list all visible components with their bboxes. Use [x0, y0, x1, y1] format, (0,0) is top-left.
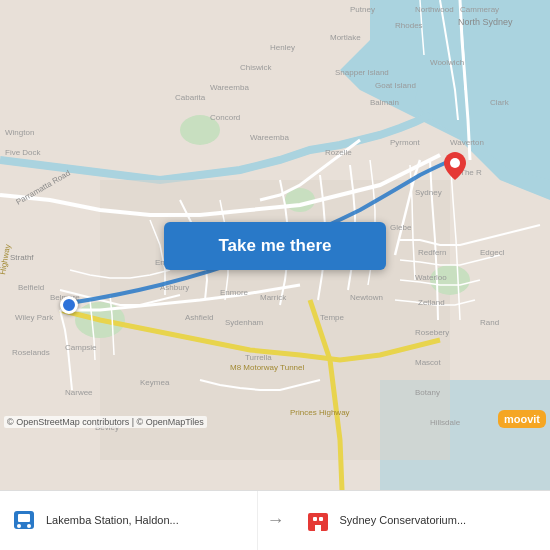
svg-text:Rand: Rand	[480, 318, 499, 327]
moovit-logo: moovit	[498, 410, 546, 428]
svg-text:Snapper Island: Snapper Island	[335, 68, 389, 77]
take-me-there-button[interactable]: Take me there	[164, 222, 386, 270]
svg-rect-74	[315, 525, 321, 531]
svg-text:M8 Motorway Tunnel: M8 Motorway Tunnel	[230, 363, 304, 372]
svg-text:Sydney: Sydney	[415, 188, 442, 197]
svg-text:Redfern: Redfern	[418, 248, 446, 257]
svg-text:Mascot: Mascot	[415, 358, 442, 367]
svg-text:Waterloo: Waterloo	[415, 273, 447, 282]
destination-station: Sydney Conservatorium...	[294, 491, 551, 550]
svg-text:North Sydney: North Sydney	[458, 17, 513, 27]
svg-text:Zetland: Zetland	[418, 298, 445, 307]
svg-text:Wareemba: Wareemba	[210, 83, 249, 92]
svg-rect-73	[319, 517, 323, 521]
map-container: North Sydney Woolwich Balmain Pyrmont Sy…	[0, 0, 550, 490]
svg-text:Sydenham: Sydenham	[225, 318, 264, 327]
origin-station-name: Lakemba Station, Haldon...	[46, 513, 179, 527]
svg-text:Tempe: Tempe	[320, 313, 345, 322]
svg-text:Narwee: Narwee	[65, 388, 93, 397]
svg-rect-68	[18, 514, 30, 522]
svg-rect-72	[313, 517, 317, 521]
svg-text:Marrick: Marrick	[260, 293, 287, 302]
svg-text:Wiley Park: Wiley Park	[15, 313, 54, 322]
svg-text:Balmain: Balmain	[370, 98, 399, 107]
building-icon	[304, 507, 332, 535]
svg-text:Five Dock: Five Dock	[5, 148, 42, 157]
direction-arrow: →	[258, 491, 294, 550]
svg-text:Belfield: Belfield	[18, 283, 44, 292]
svg-text:Wareemba: Wareemba	[250, 133, 289, 142]
svg-text:Northwood: Northwood	[415, 5, 454, 14]
svg-text:Turrella: Turrella	[245, 353, 272, 362]
svg-text:Rozelle: Rozelle	[325, 148, 352, 157]
svg-text:Newtown: Newtown	[350, 293, 383, 302]
svg-text:Clark: Clark	[490, 98, 510, 107]
svg-point-69	[17, 524, 21, 528]
origin-marker	[60, 296, 78, 314]
svg-point-70	[27, 524, 31, 528]
svg-text:Waverton: Waverton	[450, 138, 484, 147]
svg-text:Rhodes: Rhodes	[395, 21, 423, 30]
svg-text:Wington: Wington	[5, 128, 34, 137]
train-icon	[10, 507, 38, 535]
destination-marker	[444, 152, 466, 180]
svg-text:Goat Island: Goat Island	[375, 81, 416, 90]
svg-text:Mortlake: Mortlake	[330, 33, 361, 42]
svg-text:Cammeray: Cammeray	[460, 5, 499, 14]
svg-text:Strathf: Strathf	[10, 253, 34, 262]
svg-text:Princes Highway: Princes Highway	[290, 408, 350, 417]
svg-text:Botany: Botany	[415, 388, 440, 397]
svg-text:Cabarita: Cabarita	[175, 93, 206, 102]
svg-text:Putney: Putney	[350, 5, 375, 14]
svg-text:Campsie: Campsie	[65, 343, 97, 352]
bottom-bar: Lakemba Station, Haldon... → Sydney Cons…	[0, 490, 550, 550]
svg-text:Ashfield: Ashfield	[185, 313, 213, 322]
svg-text:Chiswick: Chiswick	[240, 63, 273, 72]
svg-text:Concord: Concord	[210, 113, 240, 122]
svg-text:Hillsdale: Hillsdale	[430, 418, 461, 427]
svg-text:Rosebery: Rosebery	[415, 328, 449, 337]
destination-station-name: Sydney Conservatorium...	[340, 513, 467, 527]
svg-text:Woolwich: Woolwich	[430, 58, 464, 67]
svg-text:Enmore: Enmore	[220, 288, 249, 297]
svg-text:Glebe: Glebe	[390, 223, 412, 232]
origin-station: Lakemba Station, Haldon...	[0, 491, 258, 550]
map-attribution: © OpenStreetMap contributors | © OpenMap…	[4, 416, 207, 428]
svg-text:Edgecl: Edgecl	[480, 248, 505, 257]
svg-point-66	[450, 158, 460, 168]
svg-text:Roselands: Roselands	[12, 348, 50, 357]
svg-text:Keymea: Keymea	[140, 378, 170, 387]
svg-text:Ashbury: Ashbury	[160, 283, 189, 292]
svg-text:Pyrmont: Pyrmont	[390, 138, 421, 147]
svg-text:Henley: Henley	[270, 43, 295, 52]
